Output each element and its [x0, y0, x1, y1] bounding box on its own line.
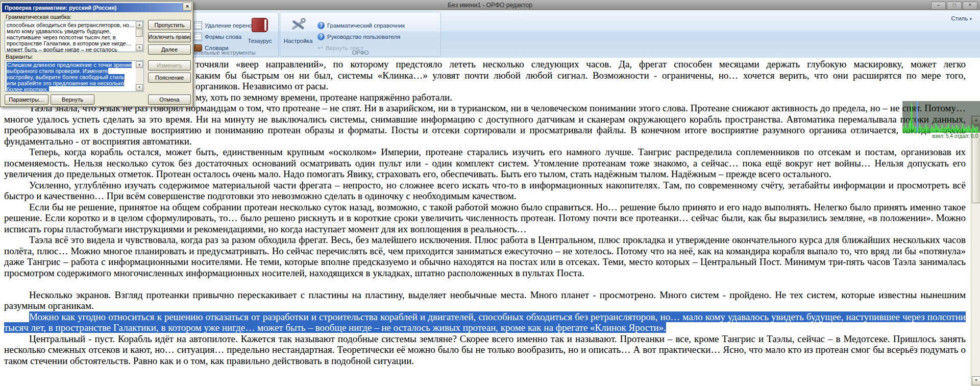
paragraph-selected[interactable]: Можно как угодно относиться к решению от… [4, 311, 966, 333]
error-scrollbar[interactable]: ▲ ▼ [136, 21, 143, 51]
paragraph[interactable]: Таэла знала, что Язык не раз говорил нор… [4, 103, 966, 147]
change-button[interactable]: Изменить [148, 60, 191, 70]
scroll-down-icon[interactable]: ▼ [136, 84, 143, 91]
variants-label: Варианты: [6, 54, 33, 60]
ribbon-item-word-forms[interactable]: Формы слова [194, 32, 241, 42]
dialog-titlebar[interactable]: Проверка грамматики: русский (Россия) [2, 3, 191, 12]
help-icon: ? [317, 22, 325, 29]
exclude-rule-button[interactable]: Исключить правило [148, 32, 191, 42]
paragraph[interactable]: Несколько экранов. Взгляд протеанки прив… [4, 290, 966, 311]
next-button[interactable]: Далее [148, 44, 191, 55]
style-dropdown[interactable]: Стиль ▾ [951, 15, 972, 21]
paragraph[interactable]: Теперь, когда корабль остался, может быт… [4, 147, 966, 180]
window-controls: – □ × [931, 2, 977, 10]
hyphen-removal-icon [194, 21, 202, 30]
tools-icon [289, 17, 307, 33]
document-line-fragment[interactable]: каким бы быстрым он ни был, системы «Кли… [195, 70, 966, 81]
scroll-down-icon[interactable]: ▼ [972, 376, 980, 385]
orfo-editor-window: Без имени1 - ОРФО редактор – □ × Дополни… [0, 0, 980, 386]
dialog-title: Проверка грамматики: русский (Россия) [5, 5, 116, 11]
chevron-down-icon: ▾ [969, 16, 972, 21]
error-text: способных обходиться без ретрансляторов,… [5, 21, 143, 52]
parameters-button[interactable]: Параметры… [5, 94, 48, 105]
thesaurus-button[interactable]: Тезаурус [243, 13, 276, 44]
paragraph[interactable]: Таэла всё это видела и чувствовала, когд… [4, 234, 966, 278]
cancel-button[interactable]: Отмена [148, 94, 191, 105]
settings-button[interactable]: Настройка [282, 13, 314, 44]
undo-arrow-icon: ↩ [317, 44, 323, 52]
paragraph[interactable]: Центральный - пуст. Корабль идёт на авто… [4, 333, 966, 367]
ribbon-item-label: Формы слова [205, 34, 241, 40]
book-icon [252, 18, 268, 32]
ribbon-item-label: Грамматический справочник [327, 22, 405, 29]
ribbon-item-label: Руководство пользователя [327, 34, 400, 40]
scrollbar-thumb[interactable] [136, 29, 143, 37]
network-graph-overlay: взял: 5,4 отдал: 0,0 [902, 101, 980, 139]
ribbon-item-user-guide[interactable]: ? Руководство пользователя [317, 32, 400, 42]
minimize-button[interactable]: – [931, 2, 946, 10]
undo-button[interactable]: Вернуть [51, 94, 94, 105]
word-forms-icon [194, 33, 202, 41]
variants-listbox[interactable]: Слишком длинное предложение с точки зрен… [5, 60, 144, 92]
network-stats-caption: взял: 5,4 отдал: 0,0 [902, 133, 980, 139]
scroll-down-icon[interactable]: ▼ [136, 44, 143, 51]
document-line-fragment[interactable]: точняли «веер направлений», по которому … [195, 59, 966, 70]
dialog-close-icon[interactable]: × [183, 3, 192, 11]
ribbon-item-label: Настройка [282, 38, 314, 44]
variant-suggestion-selected[interactable]: Слишком длинное предложение с точки зрен… [7, 62, 132, 92]
help-icon: ? [317, 33, 325, 40]
style-label: Стиль [951, 15, 968, 21]
paragraph[interactable]: Усиленно, углублённо изучать содержимое … [4, 180, 966, 202]
error-textbox[interactable]: способных обходиться без ретрансляторов,… [5, 20, 144, 52]
document-line-fragment[interactable]: органиков. Независимо от расы. [195, 81, 966, 92]
maximize-button[interactable]: □ [947, 2, 962, 10]
scroll-up-icon[interactable]: ▲ [136, 21, 143, 28]
ribbon-item-grammar-reference[interactable]: ? Грамматический справочник [317, 20, 405, 31]
paragraph[interactable]: Если бы не решение, принятое на общем со… [4, 202, 966, 235]
document-line-fragment[interactable]: му, хоть по земному времени, протеане на… [195, 92, 966, 103]
variants-scrollbar[interactable]: ▲ ▼ [136, 61, 143, 91]
selected-text[interactable]: Можно как угодно относиться к решению от… [4, 311, 966, 333]
grammar-check-dialog: Проверка грамматики: русский (Россия) × … [0, 1, 193, 107]
skip-button[interactable]: Пропустить [148, 20, 191, 30]
ribbon-item-label: Тезаурус [243, 38, 276, 44]
explanation-button[interactable]: Пояснение [148, 73, 191, 83]
ribbon-item-return-text[interactable]: ↩ Вернуть текст [317, 43, 364, 53]
ribbon-item-label: Вернуть текст [326, 45, 364, 51]
error-label: Грамматическая ошибка: [6, 14, 71, 20]
paragraph[interactable] [4, 278, 966, 290]
close-button[interactable]: × [963, 2, 977, 10]
ribbon-item-dictionaries[interactable]: Словари [194, 43, 229, 53]
ribbon-item-label: Словари [205, 45, 229, 51]
scroll-up-icon[interactable]: ▲ [136, 61, 143, 68]
dictionaries-icon [194, 44, 202, 52]
spectrum-graph [902, 101, 980, 133]
document-scrollbar[interactable]: ▲ ▼ [971, 115, 980, 386]
